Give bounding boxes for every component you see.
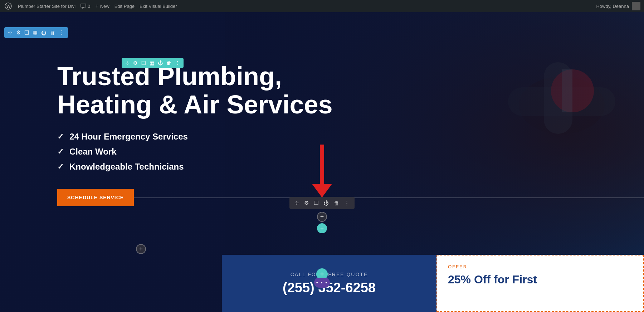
checklist-text-1: 24 Hour Emergency Services <box>69 132 188 142</box>
checklist-item-3: ✓ Knowledgeable Technicians <box>57 162 644 172</box>
admin-bar: W Plumber Starter Site for Divi 0 + New … <box>0 0 644 12</box>
col-move-icon[interactable]: ⊹ <box>294 200 299 206</box>
howdy-text: Howdy, Deanna <box>596 4 629 9</box>
module-settings-icon[interactable]: ⚙ <box>133 60 138 66</box>
toolbar-power-icon[interactable]: ⏻ <box>41 30 47 36</box>
call-label: CALL FOR A FREE QUOTE <box>291 272 368 277</box>
checklist-item-2: ✓ Clean Work <box>57 147 644 157</box>
exit-builder-link[interactable]: Exit Visual Builder <box>140 4 177 9</box>
toolbar-settings-icon[interactable]: ⚙ <box>16 29 21 36</box>
hero-section: ⊹ ⚙ ❑ ▦ ⏻ 🗑 ⋮ ⊹ ⚙ ❑ ▦ ⏻ 🗑 ⋮ Trusted Plum… <box>0 12 644 312</box>
module-more-icon[interactable]: ⋮ <box>175 60 180 66</box>
module-duplicate-icon[interactable]: ❑ <box>141 60 146 66</box>
schedule-service-button[interactable]: SCHEDULE SERVICE <box>57 189 134 206</box>
toolbar-duplicate-icon[interactable]: ❑ <box>24 29 29 36</box>
checklist-item-1: ✓ 24 Hour Emergency Services <box>57 132 644 142</box>
module-power-icon[interactable]: ⏻ <box>158 60 163 66</box>
check-icon-1: ✓ <box>57 132 64 141</box>
wordpress-logo-icon[interactable]: W <box>4 1 13 11</box>
column-module-toolbar: ⊹ ⚙ ❑ ⏻ 🗑 ⋮ <box>289 197 355 209</box>
toolbar-trash-icon[interactable]: 🗑 <box>50 30 55 36</box>
checklist-text-2: Clean Work <box>69 147 117 157</box>
edit-page-link[interactable]: Edit Page <box>114 4 135 9</box>
col-duplicate-icon[interactable]: ❑ <box>314 200 318 206</box>
checklist-text-3: Knowledgeable Technicians <box>69 162 184 172</box>
offer-card: OFFER 25% Off for First <box>436 255 644 312</box>
comment-count: 0 <box>88 4 90 9</box>
annotation-arrow <box>312 145 332 198</box>
add-row-button-1[interactable]: + <box>317 212 327 222</box>
toolbar-move-icon[interactable]: ⊹ <box>8 29 13 36</box>
module-trash-icon[interactable]: 🗑 <box>166 60 171 66</box>
add-section-left-button[interactable]: + <box>136 244 146 254</box>
offer-title: 25% Off for First <box>448 273 633 286</box>
divi-page-toolbar: ⊹ ⚙ ❑ ▦ ⏻ 🗑 ⋮ <box>4 27 68 38</box>
col-trash-icon[interactable]: 🗑 <box>334 200 339 206</box>
new-label: New <box>100 4 109 9</box>
comment-link[interactable]: 0 <box>80 4 90 9</box>
add-section-button-teal[interactable]: + <box>317 223 327 233</box>
col-more-icon[interactable]: ⋮ <box>344 200 350 206</box>
dots-menu-button[interactable]: • • • <box>314 278 330 288</box>
check-icon-2: ✓ <box>57 147 64 156</box>
svg-text:W: W <box>6 4 11 9</box>
new-link[interactable]: + New <box>95 3 109 9</box>
site-name[interactable]: Plumber Starter Site for Divi <box>18 4 75 9</box>
toolbar-grid-icon[interactable]: ▦ <box>33 29 38 36</box>
arrow-shaft <box>320 145 324 184</box>
cta-divider <box>134 197 644 198</box>
hero-checklist: ✓ 24 Hour Emergency Services ✓ Clean Wor… <box>57 132 644 172</box>
text-module-toolbar: ⊹ ⚙ ❑ ▦ ⏻ 🗑 ⋮ <box>122 58 184 68</box>
hero-title: Trusted Plumbing, Heating & Air Services <box>57 62 336 119</box>
user-avatar[interactable] <box>632 2 640 10</box>
arrow-head <box>312 184 332 198</box>
col-settings-icon[interactable]: ⚙ <box>304 200 309 206</box>
module-grid-icon[interactable]: ▦ <box>150 60 154 66</box>
offer-label: OFFER <box>448 264 633 269</box>
check-icon-3: ✓ <box>57 162 64 171</box>
module-move-icon[interactable]: ⊹ <box>125 60 130 66</box>
col-power-icon[interactable]: ⏻ <box>323 200 329 206</box>
toolbar-more-icon[interactable]: ⋮ <box>59 29 64 36</box>
